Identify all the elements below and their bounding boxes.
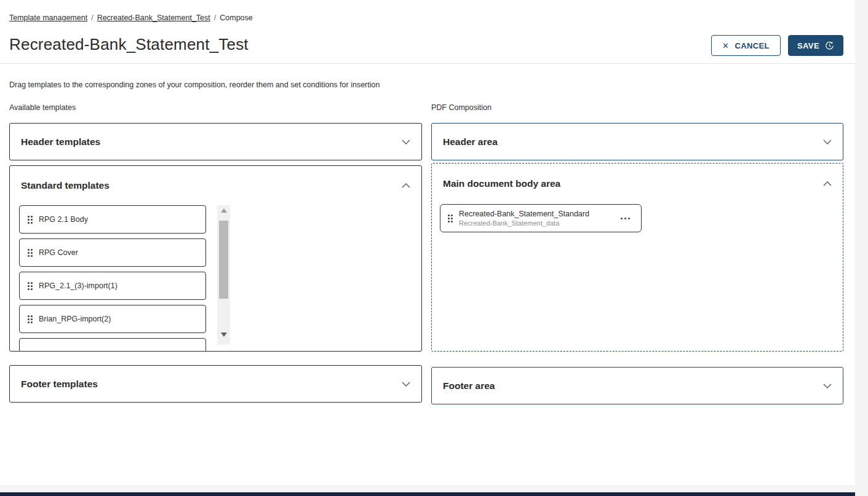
save-button[interactable]: SAVE [788, 35, 843, 56]
template-item-rpg-cover[interactable]: RPG Cover [19, 238, 206, 267]
template-item-label: Brian_RPG-import(2) [39, 315, 111, 323]
composition-item-subtitle: Recreated-Bank_Statement_data [459, 219, 611, 227]
template-item-partial[interactable] [19, 338, 206, 352]
header-templates-title: Header templates [21, 136, 402, 148]
standard-templates-title: Standard templates [21, 180, 402, 191]
template-list-scrollbar[interactable] [217, 205, 230, 345]
close-icon: ✕ [722, 42, 729, 50]
composition-item-text: Recreated-Bank_Statement_Standard Recrea… [459, 210, 611, 227]
pdf-composition-label: PDF Composition [431, 103, 843, 112]
composition-item-title: Recreated-Bank_Statement_Standard [459, 210, 611, 219]
save-button-label: SAVE [797, 41, 819, 50]
drag-handle-icon[interactable] [28, 315, 33, 323]
breadcrumb-separator: / [91, 14, 93, 22]
template-item-rpg-21-3-import-1[interactable]: RPG_2.1_(3)-import(1) [19, 272, 206, 300]
breadcrumb: Template management/Recreated-Bank_State… [9, 14, 253, 22]
drag-handle-icon[interactable] [448, 215, 453, 222]
template-item-label: RPG Cover [39, 248, 78, 257]
template-item-label: RPG 2.1 Body [39, 215, 88, 224]
available-templates-label: Available templates [9, 103, 422, 112]
chevron-down-icon [402, 140, 410, 144]
footer-templates-title: Footer templates [21, 379, 402, 390]
main-document-body-accordion[interactable]: Main document body area [432, 163, 843, 204]
header-area-accordion[interactable]: Header area [432, 124, 843, 160]
chevron-up-icon [402, 183, 410, 188]
scrollbar-down-arrow-icon[interactable] [217, 333, 230, 340]
template-item-brian-rpg-import-2[interactable]: Brian_RPG-import(2) [19, 305, 206, 333]
drag-handle-icon[interactable] [28, 249, 33, 257]
header-actions: ✕ CANCEL SAVE [711, 35, 843, 56]
drag-handle-icon[interactable] [28, 282, 33, 290]
save-history-icon [825, 41, 834, 50]
drag-handle-icon[interactable] [28, 216, 33, 224]
instruction-text: Drag templates to the corresponding zone… [9, 81, 846, 89]
compose-content: Drag templates to the corresponding zone… [0, 64, 855, 496]
header-templates-accordion[interactable]: Header templates [10, 124, 421, 160]
template-item-label: RPG_2.1_(3)-import(1) [39, 281, 117, 290]
template-item-rpg-21-body[interactable]: RPG 2.1 Body [19, 205, 206, 234]
chevron-down-icon [823, 384, 832, 388]
available-templates-column: Available templates Header templates Sta… [9, 103, 422, 404]
columns: Available templates Header templates Sta… [9, 103, 846, 404]
footer-area-panel: Footer area [431, 367, 843, 404]
cancel-button[interactable]: ✕ CANCEL [711, 35, 781, 56]
breadcrumb-current: Compose [220, 14, 253, 22]
bottom-accent-bar [0, 492, 868, 496]
header-area-title: Header area [443, 136, 823, 148]
standard-templates-list: RPG 2.1 Body RPG Cover RPG_2.1_(3)-impor… [10, 205, 421, 352]
main-document-body-area-panel: Main document body area Recreated-Bank_S… [431, 163, 843, 352]
chevron-down-icon [402, 382, 410, 387]
chevron-down-icon [823, 140, 832, 144]
standard-templates-accordion[interactable]: Standard templates [10, 166, 421, 205]
breadcrumb-separator: / [214, 14, 216, 22]
standard-templates-panel: Standard templates RPG 2.1 Body RPG Cove [9, 165, 422, 352]
page-header: Template management/Recreated-Bank_State… [0, 0, 855, 64]
scrollbar-thumb[interactable] [219, 221, 228, 299]
scrollbar-up-arrow-icon[interactable] [217, 208, 230, 216]
footer-area-accordion[interactable]: Footer area [432, 368, 843, 404]
composition-item-recreated-bank-statement-standard[interactable]: Recreated-Bank_Statement_Standard Recrea… [440, 204, 642, 232]
main-document-body-title: Main document body area [443, 178, 823, 189]
breadcrumb-link-template-management[interactable]: Template management [9, 14, 87, 22]
page-title: Recreated-Bank_Statement_Test [9, 35, 249, 54]
pdf-composition-column: PDF Composition Header area Main documen… [431, 103, 843, 404]
footer-area-title: Footer area [443, 380, 823, 392]
chevron-up-icon [823, 181, 832, 186]
ellipsis-menu-icon[interactable] [617, 215, 634, 222]
footer-strip [0, 485, 855, 492]
header-templates-panel: Header templates [9, 123, 422, 160]
header-area-panel: Header area [431, 123, 843, 160]
breadcrumb-link-template[interactable]: Recreated-Bank_Statement_Test [97, 14, 210, 22]
footer-templates-accordion[interactable]: Footer templates [10, 366, 421, 402]
footer-templates-panel: Footer templates [9, 365, 422, 403]
cancel-button-label: CANCEL [735, 41, 770, 50]
compose-page: Template management/Recreated-Bank_State… [0, 0, 868, 496]
window-scrollbar[interactable] [855, 0, 868, 496]
